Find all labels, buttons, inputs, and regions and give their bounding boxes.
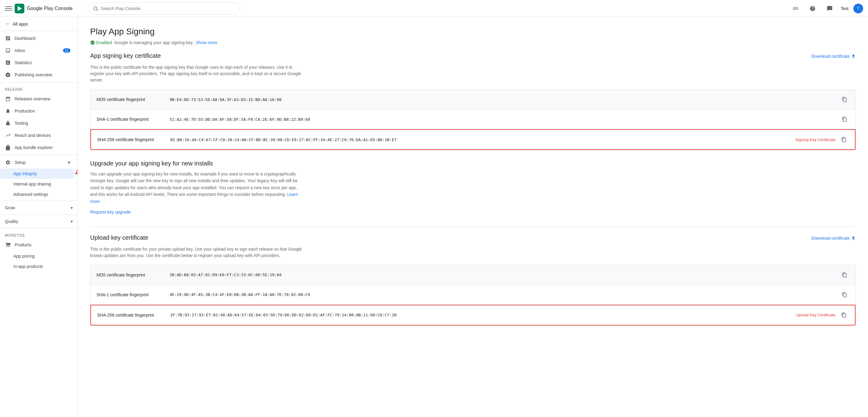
search-bar[interactable] — [88, 2, 240, 14]
advanced-settings-label: Advanced settings — [13, 192, 48, 197]
upload-cert-row-sha1: SHA-1 certificate fingerprint 4E:29:9D:4… — [90, 285, 856, 305]
production-label: Production — [14, 109, 35, 113]
avatar[interactable]: T — [854, 4, 863, 13]
check-circle-icon — [90, 40, 95, 45]
play-console-logo — [14, 4, 24, 13]
feedback-icon-btn[interactable] — [824, 2, 836, 14]
help-icon-btn[interactable] — [806, 2, 819, 14]
setup-icon — [5, 160, 11, 166]
download-label: Download certificate — [811, 54, 850, 59]
app-signing-title: App signing key certificate — [90, 52, 811, 59]
upload-key-tag: Upload Key Certificate — [796, 313, 835, 317]
sidebar-item-app-integrity[interactable]: App integrity — [0, 169, 75, 179]
sha256-copy-button[interactable] — [839, 135, 849, 144]
app-bundle-icon — [5, 144, 11, 150]
upgrade-section: Upgrade your app signing key for new ins… — [90, 160, 856, 214]
products-icon — [5, 242, 11, 248]
products-label: Products — [14, 242, 31, 247]
upload-md5-copy-button[interactable] — [840, 270, 849, 280]
sidebar-item-statistics[interactable]: Statistics — [0, 57, 75, 69]
sha256-value: 02:B0:16:4A:C4:67:CF:C0:38:14:0A:CF:BD:B… — [170, 137, 795, 142]
upload-sha256-label: SHA-256 certificate fingerprint — [97, 313, 170, 317]
app-signing-desc: This is the public certificate for the a… — [90, 64, 303, 83]
avatar-initials: T — [857, 6, 860, 11]
menu-icon[interactable] — [5, 5, 12, 12]
upload-sha1-value: 4E:29:9D:4F:A5:3B:C4:4F:E0:6B:3B:A8:FF:1… — [169, 292, 840, 297]
topbar-right: Test T — [789, 2, 863, 14]
md5-value: 9B:E4:DD:73:53:5E:A8:9A:3F:A3:D5:15:B8:A… — [169, 97, 840, 102]
content-area: Play App Signing Enabled Google is manag… — [78, 17, 868, 417]
upload-key-header-row: Upload key certificate Download certific… — [90, 234, 856, 244]
request-key-upgrade-link[interactable]: Request key upgrade — [90, 210, 131, 214]
sha256-label: SHA-256 certificate fingerprint — [97, 137, 170, 142]
sidebar-item-app-pricing[interactable]: App pricing — [0, 251, 75, 261]
dashboard-icon — [5, 35, 11, 41]
sha1-label: SHA-1 certificate fingerprint — [96, 117, 169, 121]
sidebar-item-dashboard[interactable]: Dashboard — [0, 32, 75, 44]
upload-key-cert-table: MD5 certificate fingerprint 2B:AD:88:02:… — [90, 265, 856, 326]
all-apps-label: All apps — [13, 22, 28, 27]
app-signing-cert-table: MD5 certificate fingerprint 9B:E4:DD:73:… — [90, 90, 856, 150]
upload-download-label: Download certificate — [811, 236, 850, 241]
quality-label: Quality — [5, 219, 18, 224]
app-name: Google Play Console — [27, 6, 72, 11]
upload-md5-label: MD5 certificate fingerprint — [96, 273, 169, 277]
cert-row-sha1: SHA-1 certificate fingerprint 51:A2:4E:7… — [90, 109, 856, 129]
cert-row-md5: MD5 certificate fingerprint 9B:E4:DD:73:… — [90, 90, 856, 109]
sidebar-item-setup[interactable]: Setup ▾ — [0, 157, 75, 169]
inbox-badge: 11 — [63, 48, 70, 53]
status-line: Enabled Google is managing your app sign… — [90, 40, 856, 45]
md5-copy-button[interactable] — [840, 95, 849, 104]
statistics-label: Statistics — [14, 60, 32, 65]
grow-label: Grow — [5, 205, 15, 210]
sha1-value: 51:A2:4E:7D:55:DD:DA:8F:5B:DF:5A:F0:CA:2… — [169, 117, 840, 121]
sidebar-item-app-bundle[interactable]: App bundle explorer — [0, 141, 75, 153]
upload-sha256-copy-button[interactable] — [839, 310, 849, 320]
logo-area: Google Play Console — [14, 4, 72, 13]
sidebar-item-production[interactable]: Production — [0, 105, 75, 117]
sidebar-item-in-app-products[interactable]: In-app products — [0, 261, 75, 272]
sha1-copy-button[interactable] — [840, 114, 849, 124]
link-icon-btn[interactable] — [789, 2, 802, 14]
sidebar-item-releases-overview[interactable]: Releases overview — [0, 93, 75, 105]
upload-key-download-link[interactable]: Download certificate — [811, 236, 856, 241]
internal-sharing-label: Internal app sharing — [13, 182, 51, 186]
upgrade-desc: You can upgrade your app signing key for… — [90, 171, 303, 205]
upload-sha1-label: SHA-1 certificate fingerprint — [96, 292, 169, 297]
sidebar-item-internal-sharing[interactable]: Internal app sharing — [0, 179, 75, 189]
download-icon — [851, 54, 856, 59]
release-section-header: Release — [0, 84, 78, 93]
divider-4 — [0, 214, 78, 215]
setup-section: Setup ▾ — [0, 157, 78, 169]
section-divider — [90, 227, 856, 227]
sidebar-item-products[interactable]: Products — [0, 239, 75, 251]
upload-md5-value: 2B:AD:88:02:A7:81:D9:E0:F7:C3:33:6C:60:5… — [169, 273, 840, 277]
sidebar-item-reach-devices[interactable]: Reach and devices — [0, 129, 75, 141]
svg-marker-4 — [75, 172, 77, 175]
app-signing-download-link[interactable]: Download certificate — [811, 54, 856, 59]
app-integrity-label: App integrity — [13, 171, 37, 176]
divider-1 — [0, 82, 78, 82]
sidebar-item-publishing[interactable]: Publishing overview — [0, 69, 75, 81]
upload-sha1-copy-button[interactable] — [840, 290, 849, 300]
in-app-products-label: In-app products — [13, 264, 43, 269]
sidebar-item-testing[interactable]: Testing — [0, 117, 75, 129]
upload-cert-row-sha256: SHA-256 certificate fingerprint 2F:7B:93… — [90, 305, 856, 325]
sidebar-item-inbox[interactable]: Inbox 11 — [0, 44, 75, 57]
divider-2 — [0, 155, 78, 155]
divider-5 — [0, 228, 78, 229]
sidebar-item-quality[interactable]: Quality ▾ — [0, 216, 78, 227]
search-input[interactable] — [101, 6, 235, 11]
user-label: Test — [841, 6, 848, 11]
divider-3 — [0, 201, 78, 201]
statistics-icon — [5, 60, 11, 66]
back-arrow-icon: ← — [5, 21, 10, 27]
sidebar-item-grow[interactable]: Grow ▾ — [0, 202, 78, 213]
upload-cert-row-md5: MD5 certificate fingerprint 2B:AD:88:02:… — [90, 265, 856, 285]
publishing-label: Publishing overview — [14, 72, 52, 77]
reach-devices-icon — [5, 132, 11, 138]
app-signing-header-row: App signing key certificate Download cer… — [90, 52, 856, 62]
sidebar-item-advanced-settings[interactable]: Advanced settings — [0, 189, 75, 200]
all-apps-button[interactable]: ← All apps — [0, 17, 78, 31]
show-more-link[interactable]: Show more — [196, 40, 217, 45]
